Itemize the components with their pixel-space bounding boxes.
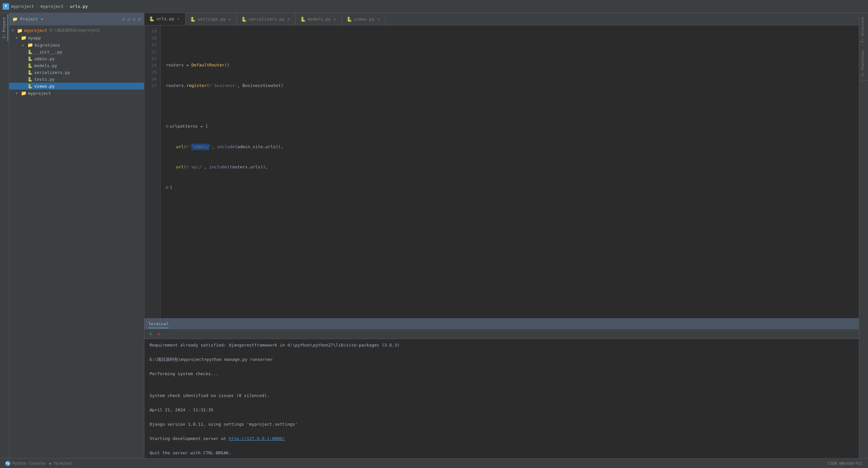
- serializers-label: serializers.py: [34, 70, 70, 75]
- tree-root-myproject[interactable]: ▼ 📁 myproject E:\项目源码包\myproject: [9, 27, 144, 34]
- init-label: __init__.py: [34, 49, 62, 55]
- status-bar: Py Python Console ▶ Terminal CSDN @Wonde…: [0, 458, 868, 468]
- terminal-line-date: April 21, 2024 - 11:31:35: [150, 406, 854, 413]
- python-console-status[interactable]: Py Python Console: [5, 461, 45, 466]
- title-active-file: urls.py: [70, 4, 88, 9]
- tree-init-py[interactable]: ▶ 🐍 __init__.py: [9, 48, 144, 55]
- folder-icon: 📁: [17, 28, 23, 33]
- code-editor[interactable]: routers = DefaultRouter () routers . reg…: [161, 25, 859, 318]
- terminal-line-version: Django version 1.8.11, using settings 'm…: [150, 421, 854, 428]
- tree-myproject-sub[interactable]: ▼ 📁 myproject: [9, 90, 144, 97]
- tab-urls-py[interactable]: 🐍 urls.py ✕: [145, 13, 185, 25]
- title-bar: P myproject › myproject › urls.py: [0, 0, 868, 13]
- code-line-24: url ( r'^admin/' , include (admin.site.u…: [166, 144, 854, 151]
- terminal-line-check: Performing system checks...: [150, 370, 854, 377]
- py-file-icon: 🐍: [27, 77, 33, 82]
- tabs-bar: 🐍 urls.py ✕ 🐍 settings.py ✕ 🐍 serializer…: [145, 13, 859, 25]
- tree-views-py[interactable]: ▶ 🐍 views.py: [9, 83, 144, 90]
- arrow-icon: ▼: [16, 92, 20, 95]
- title-path: myproject: [40, 4, 63, 9]
- py-icon: 🐍: [346, 16, 352, 22]
- py-file-icon: 🐍: [27, 63, 33, 68]
- py-icon: 🐍: [300, 16, 306, 22]
- code-line-22: [166, 103, 854, 109]
- project-title: 📁 Project ▾: [12, 16, 43, 22]
- tab-close-icon[interactable]: ✕: [333, 16, 337, 22]
- status-right-text: CSDN @Wonderful: [828, 461, 863, 466]
- terminal-line-blank3: [150, 377, 854, 385]
- tree-tests-py[interactable]: ▶ 🐍 tests.py: [9, 76, 144, 83]
- tree-myapp[interactable]: ▼ 📁 myapp: [9, 34, 144, 41]
- editor-area: 🐍 urls.py ✕ 🐍 settings.py ✕ 🐍 serializer…: [145, 13, 859, 318]
- server-link[interactable]: http://127.0.0.1:8000/: [229, 436, 285, 441]
- project-header: 📁 Project ▾ ⊕ ⇄ ⚙ ⊞: [9, 13, 144, 25]
- sync-icon[interactable]: ⊕: [122, 16, 125, 22]
- tab-close-icon[interactable]: ✕: [227, 16, 232, 22]
- app-icon: P: [3, 3, 9, 10]
- terminal-line-cmd: E:\项目源码包\myproject>python manage.py runs…: [150, 356, 854, 363]
- tab-models-py[interactable]: 🐍 models.py ✕: [296, 13, 342, 25]
- project-panel: 📁 Project ▾ ⊕ ⇄ ⚙ ⊞ ▼ 📁 myproject E:\项目源…: [9, 13, 145, 458]
- terminal-line-blank2: [150, 363, 854, 370]
- py-file-icon: 🐍: [27, 56, 33, 61]
- py-icon: 🐍: [190, 16, 195, 22]
- tab-label: serializers.py: [249, 16, 284, 22]
- right-strip: 7: Structure 2: Favorites: [859, 13, 868, 458]
- terminal-status-label: Terminal: [54, 461, 72, 466]
- project-strip-tab[interactable]: 1: Project: [1, 14, 8, 41]
- terminal-section: Terminal + ✕ Requirement already satisfi…: [145, 318, 859, 458]
- tree-models-py[interactable]: ▶ 🐍 models.py: [9, 62, 144, 69]
- admin-label: admin.py: [34, 56, 55, 61]
- terminal-line-blank6: [150, 413, 854, 421]
- tree-admin-py[interactable]: ▶ 🐍 admin.py: [9, 55, 144, 62]
- fold-icon[interactable]: ⊟: [166, 184, 168, 191]
- terminal-line-blank4: [150, 385, 854, 392]
- code-line-26: ⊟ ]: [166, 184, 854, 191]
- arrow-icon: ▼: [16, 36, 20, 40]
- favorites-tab[interactable]: 2: Favorites: [859, 46, 868, 80]
- tab-label: urls.py: [156, 16, 175, 21]
- tab-close-icon[interactable]: ✕: [286, 16, 291, 22]
- line-numbers: 19 20 21 22 23 24 25 26 27: [145, 25, 161, 318]
- close-terminal-button[interactable]: ✕: [155, 331, 163, 338]
- views-label: views.py: [34, 84, 55, 89]
- add-terminal-button[interactable]: +: [147, 331, 154, 338]
- code-line-25: url ( r'api/' , include (routers.urls)),: [166, 164, 854, 171]
- terminal-line-blank8: [150, 442, 854, 449]
- folder-icon: 📁: [27, 42, 33, 47]
- arrow-icon: ▶: [22, 43, 26, 47]
- folder-icon: 📁: [21, 91, 26, 96]
- fold-icon[interactable]: ⊟: [166, 123, 168, 130]
- python-console-label: Python Console: [12, 461, 45, 466]
- tab-close-icon[interactable]: ✕: [376, 16, 380, 22]
- tree-serializers-py[interactable]: ▶ 🐍 serializers.py: [9, 69, 144, 76]
- tab-label: settings.py: [197, 16, 225, 22]
- code-line-19: [166, 42, 854, 48]
- python-icon: Py: [5, 461, 10, 466]
- arrow-icon: ▼: [12, 29, 16, 32]
- terminal-status[interactable]: ▶ Terminal: [49, 461, 72, 466]
- py-file-icon: 🐍: [27, 84, 33, 89]
- tab-settings-py[interactable]: 🐍 settings.py ✕: [185, 13, 237, 25]
- tab-views-py[interactable]: 🐍 views.py ✕: [342, 13, 385, 25]
- py-icon: 🐍: [241, 16, 247, 22]
- layout-icon[interactable]: ⊞: [138, 16, 141, 22]
- terminal-tab[interactable]: Terminal: [148, 320, 169, 328]
- myapp-label: myapp: [28, 35, 41, 40]
- terminal-line-server: Starting development server at http://12…: [150, 435, 854, 442]
- py-file-icon: 🐍: [27, 70, 33, 75]
- left-strip: 1: Project: [0, 13, 9, 458]
- code-line-27: [166, 204, 854, 211]
- migrations-label: migrations: [35, 43, 60, 47]
- terminal-line-syscheck: System check identified no issues (0 sil…: [150, 392, 854, 399]
- tab-close-icon[interactable]: ✕: [176, 16, 181, 22]
- code-line-23: ⊟ urlpatterns = [: [166, 123, 854, 130]
- terminal-line-blank1: [150, 349, 854, 356]
- settings-icon[interactable]: ⇄: [127, 16, 130, 22]
- config-icon[interactable]: ⚙: [133, 16, 135, 22]
- tab-serializers-py[interactable]: 🐍 serializers.py ✕: [237, 13, 296, 25]
- tests-label: tests.py: [34, 77, 55, 82]
- tree-migrations[interactable]: ▶ 📁 migrations: [9, 41, 144, 48]
- py-icon: 🐍: [149, 16, 155, 22]
- structure-tab[interactable]: 7: Structure: [859, 13, 868, 46]
